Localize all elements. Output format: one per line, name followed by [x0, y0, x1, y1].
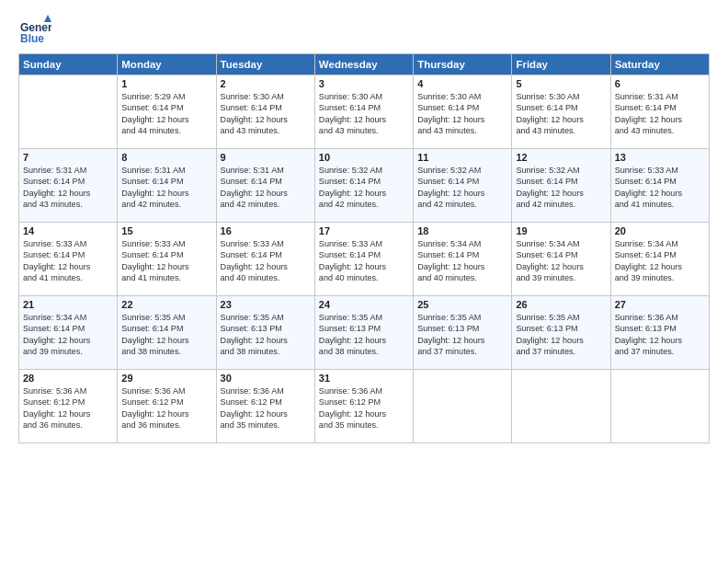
cell-info-line: Daylight: 12 hours — [417, 114, 507, 125]
cell-info-line: Sunset: 6:14 PM — [615, 249, 705, 260]
cell-info-line: Sunset: 6:14 PM — [319, 249, 409, 260]
calendar-cell: 18Sunrise: 5:34 AMSunset: 6:14 PMDayligh… — [414, 223, 512, 296]
day-number: 22 — [121, 299, 211, 310]
cell-info-line: and 43 minutes. — [221, 125, 311, 136]
cell-info-line: Daylight: 12 hours — [23, 408, 113, 419]
cell-info-line: Sunset: 6:13 PM — [516, 323, 606, 334]
day-number: 23 — [221, 299, 311, 310]
cell-info-line: Sunrise: 5:34 AM — [417, 238, 507, 249]
page: General Blue SundayMondayTuesdayWednesda… — [0, 0, 728, 563]
cell-info-line: and 36 minutes. — [23, 419, 113, 431]
header-cell-sunday: Sunday — [19, 54, 118, 75]
cell-info-line: and 40 minutes. — [221, 272, 311, 283]
cell-info-line: and 41 minutes. — [23, 272, 113, 283]
day-number: 29 — [121, 373, 211, 384]
cell-info-line: Daylight: 12 hours — [121, 114, 211, 125]
calendar-cell: 30Sunrise: 5:36 AMSunset: 6:12 PMDayligh… — [216, 370, 314, 443]
week-row-2: 14Sunrise: 5:33 AMSunset: 6:14 PMDayligh… — [19, 223, 710, 296]
day-number: 8 — [121, 152, 211, 163]
calendar-body: 1Sunrise: 5:29 AMSunset: 6:14 PMDaylight… — [19, 75, 710, 443]
cell-info-line: Daylight: 12 hours — [516, 335, 606, 346]
day-number: 7 — [23, 152, 113, 163]
cell-info-line: Sunrise: 5:33 AM — [23, 238, 113, 249]
cell-info-line: Sunset: 6:14 PM — [221, 176, 311, 187]
calendar-cell: 22Sunrise: 5:35 AMSunset: 6:14 PMDayligh… — [118, 296, 216, 370]
day-number: 1 — [121, 78, 211, 89]
day-number: 17 — [319, 225, 409, 236]
week-row-3: 21Sunrise: 5:34 AMSunset: 6:14 PMDayligh… — [19, 296, 710, 370]
day-number: 12 — [516, 152, 606, 163]
calendar-cell: 14Sunrise: 5:33 AMSunset: 6:14 PMDayligh… — [19, 223, 118, 296]
cell-info-line: and 43 minutes. — [23, 199, 113, 210]
cell-info-line: Sunset: 6:12 PM — [319, 396, 409, 408]
cell-info-line: and 44 minutes. — [121, 125, 211, 136]
cell-info-line: and 40 minutes. — [319, 272, 409, 283]
cell-info-line: Sunrise: 5:33 AM — [615, 165, 705, 176]
day-number: 31 — [319, 373, 409, 384]
cell-info-line: Daylight: 12 hours — [615, 114, 705, 125]
calendar-cell: 7Sunrise: 5:31 AMSunset: 6:14 PMDaylight… — [19, 149, 118, 223]
calendar-cell: 6Sunrise: 5:31 AMSunset: 6:14 PMDaylight… — [610, 75, 709, 149]
cell-info-line: and 36 minutes. — [121, 419, 211, 431]
day-number: 25 — [417, 299, 507, 310]
cell-info-line: Sunset: 6:14 PM — [23, 176, 113, 187]
cell-info-line: Sunrise: 5:36 AM — [121, 385, 211, 396]
cell-info-line: Sunrise: 5:30 AM — [221, 91, 311, 102]
cell-info-line: Sunset: 6:13 PM — [221, 323, 311, 334]
calendar-cell: 24Sunrise: 5:35 AMSunset: 6:13 PMDayligh… — [314, 296, 413, 370]
cell-info-line: Sunrise: 5:33 AM — [121, 238, 211, 249]
cell-info-line: Daylight: 12 hours — [516, 261, 606, 272]
calendar-table: SundayMondayTuesdayWednesdayThursdayFrid… — [18, 53, 710, 443]
cell-info-line: Daylight: 12 hours — [221, 114, 311, 125]
cell-info-line: and 35 minutes. — [221, 419, 311, 431]
cell-info-line: Sunset: 6:14 PM — [615, 176, 705, 187]
cell-info-line: Sunset: 6:14 PM — [121, 323, 211, 334]
calendar-cell — [512, 370, 610, 443]
cell-info-line: and 42 minutes. — [417, 199, 507, 210]
cell-info-line: Daylight: 12 hours — [319, 114, 409, 125]
calendar-cell: 17Sunrise: 5:33 AMSunset: 6:14 PMDayligh… — [314, 223, 413, 296]
cell-info-line: Sunrise: 5:30 AM — [319, 91, 409, 102]
cell-info-line: Daylight: 12 hours — [615, 335, 705, 346]
cell-info-line: Sunrise: 5:31 AM — [221, 165, 311, 176]
cell-info-line: Sunrise: 5:32 AM — [417, 165, 507, 176]
cell-info-line: Sunset: 6:12 PM — [23, 396, 113, 408]
cell-info-line: and 42 minutes. — [221, 199, 311, 210]
svg-marker-2 — [44, 15, 51, 22]
cell-info-line: Sunset: 6:13 PM — [615, 323, 705, 334]
cell-info-line: and 37 minutes. — [417, 346, 507, 357]
cell-info-line: Sunrise: 5:30 AM — [417, 91, 507, 102]
calendar-cell: 2Sunrise: 5:30 AMSunset: 6:14 PMDaylight… — [216, 75, 314, 149]
cell-info-line: and 38 minutes. — [319, 346, 409, 357]
calendar-cell: 26Sunrise: 5:35 AMSunset: 6:13 PMDayligh… — [512, 296, 610, 370]
day-number: 6 — [615, 78, 705, 89]
logo: General Blue — [18, 15, 55, 48]
cell-info-line: Sunset: 6:14 PM — [121, 176, 211, 187]
cell-info-line: Sunset: 6:14 PM — [221, 102, 311, 113]
calendar-cell: 3Sunrise: 5:30 AMSunset: 6:14 PMDaylight… — [314, 75, 413, 149]
cell-info-line: and 35 minutes. — [319, 419, 409, 431]
cell-info-line: and 43 minutes. — [417, 125, 507, 136]
cell-info-line: Sunrise: 5:32 AM — [319, 165, 409, 176]
cell-info-line: Sunset: 6:12 PM — [121, 396, 211, 408]
calendar-cell: 29Sunrise: 5:36 AMSunset: 6:12 PMDayligh… — [118, 370, 216, 443]
calendar-cell: 23Sunrise: 5:35 AMSunset: 6:13 PMDayligh… — [216, 296, 314, 370]
calendar-cell: 25Sunrise: 5:35 AMSunset: 6:13 PMDayligh… — [414, 296, 512, 370]
header-cell-monday: Monday — [118, 54, 216, 75]
calendar-cell: 5Sunrise: 5:30 AMSunset: 6:14 PMDaylight… — [512, 75, 610, 149]
day-number: 14 — [23, 225, 113, 236]
cell-info-line: Sunrise: 5:32 AM — [516, 165, 606, 176]
cell-info-line: and 40 minutes. — [417, 272, 507, 283]
cell-info-line: Sunset: 6:14 PM — [23, 323, 113, 334]
calendar-cell: 4Sunrise: 5:30 AMSunset: 6:14 PMDaylight… — [414, 75, 512, 149]
cell-info-line: Sunrise: 5:30 AM — [516, 91, 606, 102]
cell-info-line: Sunrise: 5:31 AM — [23, 165, 113, 176]
week-row-4: 28Sunrise: 5:36 AMSunset: 6:12 PMDayligh… — [19, 370, 710, 443]
cell-info-line: Sunset: 6:14 PM — [221, 249, 311, 260]
day-number: 16 — [221, 225, 311, 236]
cell-info-line: Daylight: 12 hours — [121, 335, 211, 346]
day-number: 27 — [615, 299, 705, 310]
cell-info-line: Sunset: 6:14 PM — [516, 102, 606, 113]
day-number: 28 — [23, 373, 113, 384]
cell-info-line: Sunrise: 5:35 AM — [121, 312, 211, 323]
